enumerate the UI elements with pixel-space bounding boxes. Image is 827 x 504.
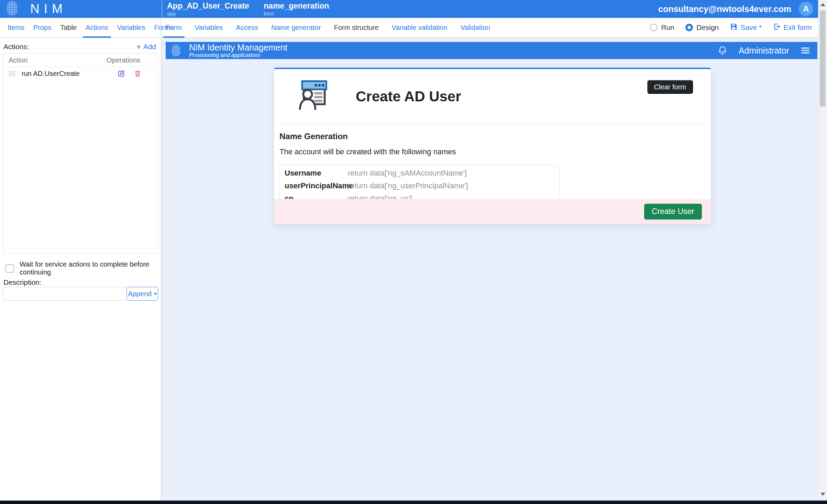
subheader: Items Props Table Actions Variables Form… — [0, 18, 818, 38]
app-subtitle: app — [167, 11, 249, 16]
run-radio[interactable]: Run — [650, 23, 674, 32]
append-label: Append — [128, 290, 152, 298]
exit-icon — [773, 23, 781, 32]
create-ad-user-card: Create AD User Clear form Name Generatio… — [274, 68, 711, 224]
page-title: Create AD User — [356, 88, 461, 105]
header-account: consultancy@nwtools4ever.com A — [658, 2, 818, 16]
scrollbar-thumb[interactable] — [820, 10, 826, 107]
card-body: Name Generation The account will be crea… — [274, 124, 711, 207]
bell-icon[interactable] — [717, 45, 728, 56]
actions-table-header: Action Operations — [3, 54, 158, 67]
nim-appbar-logo-icon — [170, 44, 184, 57]
form-tab-bar: Form Variables Access Name generator For… — [162, 18, 650, 37]
description-label: Description: — [3, 278, 42, 287]
row-operations — [111, 69, 158, 78]
administrator-menu[interactable]: Administrator — [739, 46, 789, 56]
user-email[interactable]: consultancy@nwtools4ever.com — [658, 4, 791, 14]
wait-checkbox[interactable] — [5, 264, 14, 273]
design-radio[interactable]: Design — [685, 23, 719, 32]
brand-name: NIM — [30, 2, 67, 16]
edit-icon[interactable] — [117, 69, 125, 78]
description-input[interactable] — [3, 287, 127, 301]
run-radio-label: Run — [661, 23, 674, 32]
form-title: name_generation — [264, 2, 329, 10]
field-value: return data['ng_sAMAccountName'] — [348, 169, 467, 178]
action-name: run AD.UserCreate — [22, 70, 80, 78]
save-label: Save * — [740, 23, 762, 32]
field-row-userprincipalname[interactable]: userPrincipalName return data['ng_userPr… — [280, 179, 559, 192]
app-title: App_AD_User_Create — [167, 2, 249, 10]
wait-checkbox-label: Wait for service actions to complete bef… — [20, 260, 161, 276]
tab-validation[interactable]: Validation — [461, 18, 490, 37]
add-label: Add — [143, 43, 156, 51]
actions-label: Actions: — [3, 43, 29, 51]
column-action: Action — [3, 56, 102, 64]
field-row-username[interactable]: Username return data['ng_sAMAccountName'… — [280, 167, 559, 179]
appbar-right: Administrator — [717, 45, 817, 56]
sidebar-tab-items[interactable]: Items — [8, 18, 24, 37]
body-row: Actions: + Add Action Operations — [0, 38, 818, 501]
sidebar-tab-bar: Items Props Table Actions Variables Form… — [0, 18, 162, 37]
scroll-down-arrow-icon[interactable] — [820, 493, 825, 496]
actions-header: Actions: + Add — [3, 43, 156, 51]
save-icon — [730, 23, 738, 32]
field-value: return data['ng_userPrincipalName'] — [348, 181, 468, 190]
tab-form[interactable]: Form — [166, 18, 182, 37]
wait-checkbox-row: Wait for service actions to complete bef… — [5, 260, 161, 276]
breadcrumb-form[interactable]: name_generation form — [264, 2, 329, 16]
vertical-scrollbar[interactable] — [818, 0, 827, 501]
create-user-button[interactable]: Create User — [644, 204, 702, 220]
sidebar-tab-table[interactable]: Table — [60, 18, 77, 37]
run-radio-circle[interactable] — [650, 24, 658, 31]
design-radio-label: Design — [696, 23, 719, 32]
exit-form-label: Exit form — [783, 23, 812, 32]
top-header: NIM App_AD_User_Create app name_generati… — [0, 0, 818, 18]
delete-icon[interactable] — [134, 69, 142, 78]
form-preview-area: NIM Identity Management Provisioning and… — [162, 38, 818, 501]
avatar[interactable]: A — [799, 2, 813, 16]
field-label: userPrincipalName — [280, 181, 348, 190]
app-window: NIM App_AD_User_Create app name_generati… — [0, 0, 827, 504]
form-subtitle: form — [264, 11, 329, 16]
nim-logo-icon — [5, 0, 21, 18]
tab-form-structure[interactable]: Form structure — [334, 18, 379, 37]
sidebar-tab-variables[interactable]: Variables — [117, 18, 145, 37]
actions-sidebar: Actions: + Add Action Operations — [0, 38, 162, 501]
header-divider — [162, 0, 162, 18]
scroll-up-arrow-icon[interactable] — [820, 3, 825, 6]
plus-icon: + — [136, 43, 141, 50]
appbar-titles: NIM Identity Management Provisioning and… — [189, 43, 287, 58]
window-bottom-edge — [0, 501, 827, 504]
appbar-title: NIM Identity Management — [189, 43, 287, 52]
save-button[interactable]: Save * — [730, 23, 762, 32]
clear-form-button[interactable]: Clear form — [647, 80, 693, 94]
card-header: Create AD User Clear form — [279, 69, 705, 124]
section-text: The account will be created with the fol… — [279, 147, 705, 156]
appbar-subtitle: Provisioning and applications — [189, 52, 287, 58]
brand: NIM — [0, 0, 156, 18]
hamburger-menu-icon[interactable] — [800, 46, 811, 55]
exit-form-button[interactable]: Exit form — [773, 23, 812, 32]
tab-variables[interactable]: Variables — [195, 18, 223, 37]
drag-handle-icon[interactable] — [9, 71, 15, 76]
append-button[interactable]: Append ▾ — [126, 287, 158, 301]
tab-variable-validation[interactable]: Variable validation — [392, 18, 448, 37]
caret-down-icon: ▾ — [154, 291, 157, 297]
description-row: Append ▾ — [3, 287, 158, 301]
ad-user-form-icon — [294, 77, 330, 112]
add-action-button[interactable]: + Add — [136, 43, 156, 51]
design-radio-circle[interactable] — [685, 24, 693, 31]
tab-name-generator[interactable]: Name generator — [271, 18, 321, 37]
sidebar-tab-actions[interactable]: Actions — [86, 18, 108, 37]
nim-appbar: NIM Identity Management Provisioning and… — [166, 42, 817, 59]
breadcrumb-app[interactable]: App_AD_User_Create app — [167, 2, 249, 16]
actions-table: Action Operations run AD.UserCr — [3, 53, 158, 254]
field-label: Username — [280, 169, 348, 178]
sidebar-tab-props[interactable]: Props — [33, 18, 51, 37]
tab-access[interactable]: Access — [236, 18, 258, 37]
card-footer: Create User — [274, 199, 711, 224]
column-operations: Operations — [102, 56, 149, 64]
table-row[interactable]: run AD.UserCreate — [3, 67, 158, 80]
view-controls: Run Design Save * — [650, 18, 818, 37]
section-title: Name Generation — [279, 132, 705, 141]
